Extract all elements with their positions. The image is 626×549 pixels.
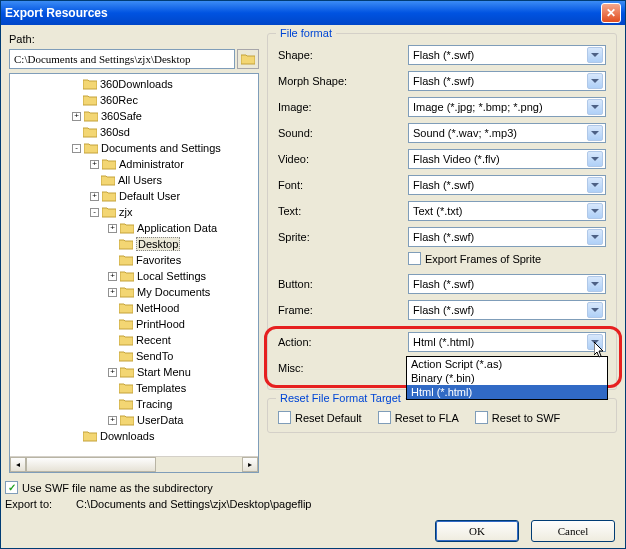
titlebar: Export Resources ✕ bbox=[1, 1, 625, 25]
tree-node[interactable]: -Documents and Settings bbox=[12, 140, 256, 156]
tree-expand-icon[interactable]: + bbox=[90, 192, 99, 201]
reset-option-label: Reset to SWF bbox=[492, 412, 560, 424]
tree-label: 360Rec bbox=[100, 94, 138, 106]
folder-icon bbox=[83, 126, 97, 138]
format-combo[interactable]: Flash (*.swf) bbox=[408, 227, 606, 247]
subdir-checkbox[interactable] bbox=[5, 481, 18, 494]
tree-expand-icon[interactable]: - bbox=[72, 144, 81, 153]
scroll-thumb[interactable] bbox=[26, 457, 156, 472]
window-title: Export Resources bbox=[5, 6, 108, 20]
tree-scrollbar-horizontal[interactable]: ◂ ▸ bbox=[10, 456, 258, 472]
tree-node[interactable]: Favorites bbox=[12, 252, 256, 268]
tree-label: Downloads bbox=[100, 430, 154, 442]
format-row: Video:Flash Video (*.flv) bbox=[278, 146, 606, 172]
format-combo[interactable]: Html (*.html) bbox=[408, 332, 606, 352]
cancel-button[interactable]: Cancel bbox=[531, 520, 615, 542]
format-combo[interactable]: Flash (*.swf) bbox=[408, 175, 606, 195]
combo-value: Html (*.html) bbox=[413, 336, 587, 348]
tree-node[interactable]: 360sd bbox=[12, 124, 256, 140]
export-frames-checkbox[interactable] bbox=[408, 252, 421, 265]
format-row: Morph Shape:Flash (*.swf) bbox=[278, 68, 606, 94]
format-combo[interactable]: Flash Video (*.flv) bbox=[408, 149, 606, 169]
tree-node[interactable]: +UserData bbox=[12, 412, 256, 428]
folder-icon bbox=[119, 302, 133, 314]
path-input[interactable] bbox=[9, 49, 235, 69]
tree-node[interactable]: +Default User bbox=[12, 188, 256, 204]
tree-node[interactable]: +Start Menu bbox=[12, 364, 256, 380]
tree-node[interactable]: Downloads bbox=[12, 428, 256, 444]
folder-tree[interactable]: 360Downloads360Rec+360Safe360sd-Document… bbox=[9, 73, 259, 473]
browse-folder-button[interactable] bbox=[237, 49, 259, 69]
dropdown-option[interactable]: Html (*.html) bbox=[407, 385, 607, 399]
format-label: Image: bbox=[278, 101, 408, 113]
action-dropdown-list[interactable]: Action Script (*.as)Binary (*.bin)Html (… bbox=[406, 356, 608, 400]
tree-expand-icon[interactable]: + bbox=[90, 160, 99, 169]
tree-node[interactable]: Recent bbox=[12, 332, 256, 348]
tree-label: zjx bbox=[119, 206, 132, 218]
folder-icon bbox=[101, 174, 115, 186]
tree-expand-icon[interactable]: + bbox=[108, 288, 117, 297]
tree-node[interactable]: +360Safe bbox=[12, 108, 256, 124]
format-combo[interactable]: Image (*.jpg; *.bmp; *.png) bbox=[408, 97, 606, 117]
tree-node[interactable]: PrintHood bbox=[12, 316, 256, 332]
tree-node[interactable]: +My Documents bbox=[12, 284, 256, 300]
format-label: Action: bbox=[278, 336, 408, 348]
ok-button[interactable]: OK bbox=[435, 520, 519, 542]
tree-node[interactable]: +Local Settings bbox=[12, 268, 256, 284]
chevron-down-icon bbox=[587, 334, 603, 350]
format-combo[interactable]: Sound (*.wav; *.mp3) bbox=[408, 123, 606, 143]
format-row: Shape:Flash (*.swf) bbox=[278, 42, 606, 68]
reset-legend: Reset File Format Target bbox=[276, 392, 405, 404]
tree-node[interactable]: 360Rec bbox=[12, 92, 256, 108]
tree-node[interactable]: Tracing bbox=[12, 396, 256, 412]
reset-checkbox[interactable] bbox=[278, 411, 291, 424]
format-combo[interactable]: Flash (*.swf) bbox=[408, 45, 606, 65]
chevron-down-icon bbox=[587, 151, 603, 167]
tree-node[interactable]: Templates bbox=[12, 380, 256, 396]
combo-value: Flash (*.swf) bbox=[413, 179, 587, 191]
scroll-right-button[interactable]: ▸ bbox=[242, 457, 258, 472]
path-label: Path: bbox=[9, 33, 259, 45]
format-row: Font:Flash (*.swf) bbox=[278, 172, 606, 198]
format-combo[interactable]: Flash (*.swf) bbox=[408, 300, 606, 320]
tree-expand-icon[interactable]: + bbox=[108, 224, 117, 233]
format-combo[interactable]: Flash (*.swf) bbox=[408, 71, 606, 91]
tree-expand-icon[interactable]: + bbox=[108, 416, 117, 425]
combo-value: Flash (*.swf) bbox=[413, 278, 587, 290]
tree-expand-icon[interactable]: + bbox=[108, 368, 117, 377]
tree-node[interactable]: All Users bbox=[12, 172, 256, 188]
tree-node[interactable]: +Administrator bbox=[12, 156, 256, 172]
format-combo[interactable]: Flash (*.swf) bbox=[408, 274, 606, 294]
scroll-left-button[interactable]: ◂ bbox=[10, 457, 26, 472]
tree-expand-icon[interactable]: + bbox=[108, 272, 117, 281]
tree-node[interactable]: 360Downloads bbox=[12, 76, 256, 92]
tree-label: Start Menu bbox=[137, 366, 191, 378]
export-to-label: Export to: bbox=[5, 498, 52, 510]
dropdown-option[interactable]: Action Script (*.as) bbox=[407, 357, 607, 371]
tree-node[interactable]: NetHood bbox=[12, 300, 256, 316]
dropdown-option[interactable]: Binary (*.bin) bbox=[407, 371, 607, 385]
tree-expand-icon[interactable]: + bbox=[72, 112, 81, 121]
tree-label: NetHood bbox=[136, 302, 179, 314]
tree-label: Default User bbox=[119, 190, 180, 202]
chevron-down-icon bbox=[587, 276, 603, 292]
tree-label: Tracing bbox=[136, 398, 172, 410]
reset-checkbox[interactable] bbox=[378, 411, 391, 424]
export-frames-label: Export Frames of Sprite bbox=[425, 253, 541, 265]
chevron-down-icon bbox=[587, 302, 603, 318]
tree-node[interactable]: +Application Data bbox=[12, 220, 256, 236]
combo-value: Flash (*.swf) bbox=[413, 231, 587, 243]
tree-node[interactable]: -zjx bbox=[12, 204, 256, 220]
format-row: Image:Image (*.jpg; *.bmp; *.png) bbox=[278, 94, 606, 120]
tree-node[interactable]: Desktop bbox=[12, 236, 256, 252]
close-button[interactable]: ✕ bbox=[601, 3, 621, 23]
format-combo[interactable]: Text (*.txt) bbox=[408, 201, 606, 221]
tree-label: 360Safe bbox=[101, 110, 142, 122]
tree-label: SendTo bbox=[136, 350, 173, 362]
tree-node[interactable]: SendTo bbox=[12, 348, 256, 364]
tree-label: Favorites bbox=[136, 254, 181, 266]
tree-expand-icon[interactable]: - bbox=[90, 208, 99, 217]
reset-checkbox[interactable] bbox=[475, 411, 488, 424]
format-label: Sprite: bbox=[278, 231, 408, 243]
format-label: Sound: bbox=[278, 127, 408, 139]
